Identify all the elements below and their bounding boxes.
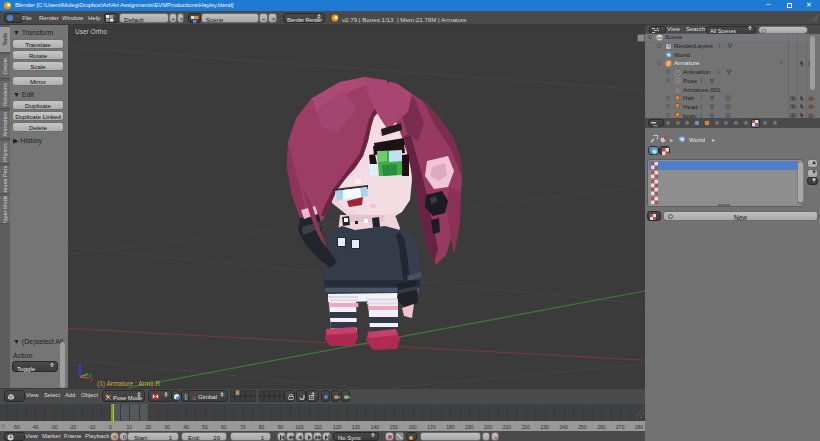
svg-text:x: x [90, 376, 93, 382]
